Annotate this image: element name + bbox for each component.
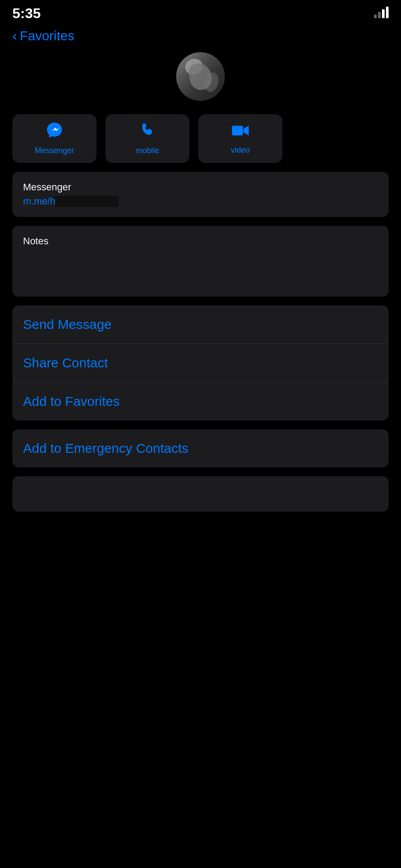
share-contact-button[interactable]: Share Contact xyxy=(12,344,389,382)
avatar xyxy=(176,52,225,101)
send-message-button[interactable]: Send Message xyxy=(12,305,389,344)
mobile-action-button[interactable]: mobile xyxy=(105,114,189,163)
add-emergency-contacts-button[interactable]: Add to Emergency Contacts xyxy=(12,429,389,467)
status-bar: 5:35 xyxy=(0,0,401,24)
messenger-label: Messenger xyxy=(35,146,74,155)
messenger-card-label: Messenger xyxy=(23,181,378,193)
status-time: 5:35 xyxy=(12,5,41,22)
avatar-image xyxy=(187,62,214,92)
messenger-action-button[interactable]: Messenger xyxy=(12,114,96,163)
svg-rect-0 xyxy=(232,126,243,135)
messenger-card-value: m.me/h•••••••••••••••••• xyxy=(23,196,378,207)
back-chevron-icon: ‹ xyxy=(12,28,17,42)
action-buttons-row: Messenger mobile video xyxy=(0,114,401,163)
messenger-info-card: Messenger m.me/h•••••••••••••••••• xyxy=(12,172,389,217)
mobile-label: mobile xyxy=(135,146,159,155)
messenger-icon xyxy=(46,122,63,142)
notes-label: Notes xyxy=(23,235,378,247)
notes-card[interactable]: Notes xyxy=(12,226,389,297)
add-to-favorites-button[interactable]: Add to Favorites xyxy=(12,382,389,420)
action-list: Send Message Share Contact Add to Favori… xyxy=(12,305,389,420)
video-action-button[interactable]: video xyxy=(198,114,282,163)
video-icon xyxy=(231,123,249,141)
status-icons xyxy=(374,8,389,18)
signal-icon xyxy=(374,8,389,18)
avatar-section xyxy=(0,48,401,114)
back-button[interactable]: ‹ Favorites xyxy=(12,28,74,43)
back-label: Favorites xyxy=(20,28,74,43)
video-label: video xyxy=(231,146,250,155)
nav-bar: ‹ Favorites xyxy=(0,24,401,48)
emergency-card: Add to Emergency Contacts xyxy=(12,429,389,467)
phone-icon xyxy=(139,122,155,142)
bottom-partial-card xyxy=(12,476,389,512)
